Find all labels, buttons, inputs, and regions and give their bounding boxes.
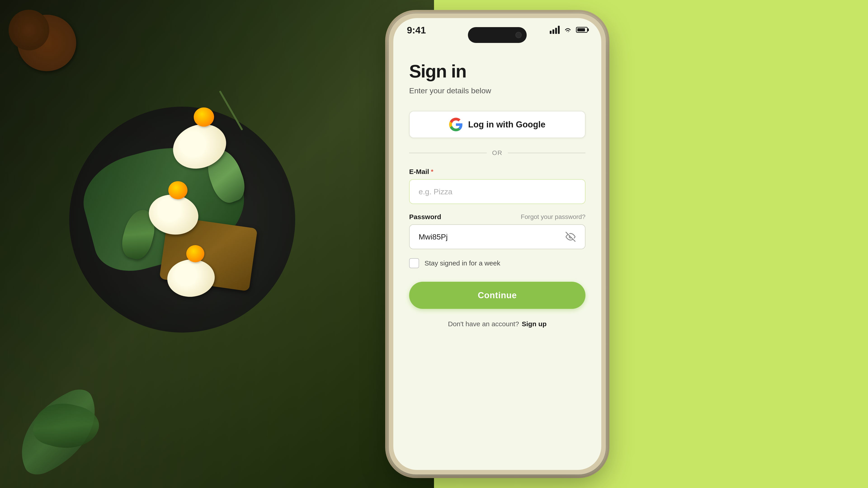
signal-icon (550, 26, 560, 34)
continue-button-label: Continue (478, 291, 517, 300)
signup-row: Don't have an account? Sign up (409, 320, 585, 328)
front-camera (515, 32, 522, 38)
email-label: E-Mail * (409, 168, 585, 175)
or-divider: OR (409, 149, 585, 157)
password-label: Password (409, 213, 441, 221)
google-logo-icon (449, 118, 463, 131)
screen-content: Sign in Enter your details below Log in … (393, 47, 601, 470)
wifi-icon (563, 27, 572, 34)
dynamic-island (468, 27, 527, 43)
phone-screen: 9:41 (393, 18, 601, 470)
page-subtitle: Enter your details below (409, 86, 585, 95)
password-value: Mwi85Pj (418, 232, 447, 241)
password-toggle-button[interactable] (565, 231, 576, 242)
page-title: Sign in (409, 61, 585, 82)
stay-signed-in-label: Stay signed in for a week (425, 259, 500, 267)
password-input[interactable]: Mwi85Pj (409, 224, 585, 249)
divider-line-right (508, 153, 585, 153)
divider-line-left (409, 153, 487, 153)
or-text: OR (492, 149, 502, 157)
phone-frame: 9:41 (389, 13, 606, 475)
forgot-password-link[interactable]: Forgot your password? (521, 213, 585, 221)
password-label-row: Password Forgot your password? (409, 213, 585, 221)
continue-button[interactable]: Continue (409, 282, 585, 309)
signup-link[interactable]: Sign up (522, 320, 547, 328)
email-input[interactable]: e.g. Pizza (409, 179, 585, 204)
stay-signed-in-row: Stay signed in for a week (409, 258, 585, 268)
stay-signed-in-checkbox[interactable] (409, 258, 419, 268)
eye-hidden-icon (565, 232, 576, 242)
no-account-text: Don't have an account? (448, 320, 519, 328)
food-background (0, 0, 434, 488)
required-indicator: * (431, 168, 433, 175)
email-placeholder: e.g. Pizza (418, 187, 452, 196)
battery-icon (576, 27, 588, 33)
google-button-label: Log in with Google (468, 120, 546, 129)
status-icons (550, 26, 588, 34)
app-background: 9:41 (434, 0, 868, 488)
google-signin-button[interactable]: Log in with Google (409, 111, 585, 138)
